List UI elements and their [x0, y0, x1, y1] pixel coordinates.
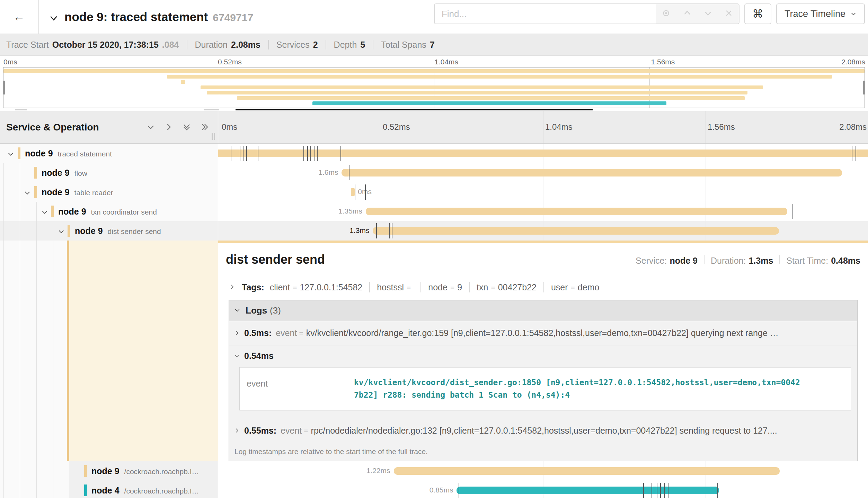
span-duration-bar[interactable] — [373, 227, 779, 235]
minimap-left-handle[interactable] — [3, 81, 5, 94]
expand-all-icon[interactable] — [200, 122, 210, 133]
span-name-cell[interactable]: node 9flow — [0, 163, 218, 182]
chevron-right-icon[interactable] — [234, 426, 240, 436]
log-entry[interactable]: 0.55ms: event = rpc/nodedialer/nodediale… — [229, 419, 857, 443]
divider — [704, 255, 705, 264]
collapse-all-icon[interactable] — [181, 122, 192, 133]
trace-view-selector[interactable]: Trace Timeline — [776, 3, 865, 24]
tag-item: node=9 — [428, 282, 462, 292]
span-track[interactable]: 0ms — [218, 182, 868, 202]
log-marker — [355, 184, 355, 200]
span-duration-bar[interactable] — [218, 150, 868, 157]
log-entry[interactable]: 0.5ms: event = kv/kvclient/kvcoord/range… — [229, 321, 857, 345]
scroll-thumb[interactable] — [236, 109, 593, 110]
span-name-cell[interactable]: node 9txn coordinator send — [0, 202, 218, 221]
collapse-controls — [145, 122, 210, 133]
chevron-down-icon[interactable] — [234, 351, 240, 361]
span-duration-bar[interactable] — [342, 169, 842, 176]
axis-tick-line — [381, 111, 381, 143]
gridline — [706, 182, 706, 202]
span-row[interactable]: node 9flow 1.6ms — [0, 163, 868, 182]
log-timestamp: 0.54ms — [244, 351, 274, 361]
equals-sign: = — [450, 284, 454, 292]
minimap-span-bar — [312, 101, 666, 105]
span-track[interactable]: 1.22ms — [218, 461, 868, 481]
tag-key: txn — [477, 282, 488, 292]
equals-sign: = — [299, 329, 303, 337]
axis-tick-label: 0ms — [3, 58, 17, 66]
indent-guide — [53, 481, 53, 498]
span-duration-bar[interactable] — [457, 487, 719, 494]
tags-row[interactable]: Tags: client=127.0.0.1:54582 hostssl= no… — [218, 275, 868, 297]
log-field-value: kv/kvclient/kvcoord/dist_sender.go:1850 … — [354, 377, 802, 401]
detail-span-color-bar — [67, 241, 69, 461]
keyboard-shortcuts-button[interactable]: ⌘ — [744, 3, 771, 24]
minimap-canvas[interactable] — [3, 67, 865, 108]
minimap-span-bar — [201, 85, 763, 89]
log-field-key: event — [247, 377, 354, 401]
service-name: node 9/cockroach.roachpb.I… — [91, 466, 199, 476]
clear-search-icon[interactable] — [725, 9, 733, 19]
expand-one-icon[interactable] — [163, 122, 174, 133]
span-name-cell[interactable]: node 9table reader — [0, 182, 218, 202]
next-result-icon[interactable] — [703, 9, 712, 19]
span-name-cell[interactable]: node 9dist sender send — [0, 221, 218, 241]
top-bar: ← node 9: traced statement 6749717 — [0, 0, 868, 34]
span-name-cell[interactable]: node 9/cockroach.roachpb.I… — [0, 461, 218, 481]
axis-tick-label: 2.08ms — [841, 58, 865, 66]
axis-tick-label: 2.08ms — [839, 122, 867, 132]
minimap-right-handle[interactable] — [863, 81, 865, 94]
span-name-cell[interactable]: node 9traced statement — [0, 144, 218, 163]
minimap-span-bar — [237, 96, 745, 100]
chevron-down-icon[interactable] — [24, 189, 31, 198]
span-row[interactable]: node 9txn coordinator send 1.35ms — [0, 202, 868, 221]
span-track[interactable]: 1.6ms — [218, 163, 868, 182]
timeline-axis-header: 0ms 0.52ms 1.04ms 1.56ms 2.08ms — [218, 111, 868, 143]
collapse-one-icon[interactable] — [145, 122, 156, 133]
span-name-cell[interactable]: node 4/cockroach.roachpb.I… — [0, 481, 218, 498]
tag-key: client — [270, 282, 290, 292]
back-button[interactable]: ← — [0, 0, 39, 34]
log-marker — [258, 146, 258, 161]
trace-start-label: Trace Start — [6, 40, 49, 50]
log-marker — [340, 146, 341, 161]
equals-sign: = — [407, 284, 411, 292]
span-duration-bar[interactable] — [351, 188, 355, 196]
locate-icon[interactable] — [662, 9, 671, 19]
chevron-right-icon[interactable] — [229, 282, 236, 292]
operation-name: traced statement — [58, 150, 112, 158]
trace-title-wrap: node 9: traced statement 6749717 — [49, 10, 253, 24]
chevron-down-icon[interactable] — [41, 208, 48, 217]
indent-guide — [53, 461, 53, 481]
tag-key: hostssl — [377, 282, 404, 292]
span-row[interactable]: node 9/cockroach.roachpb.I… 1.22ms — [0, 461, 868, 481]
chevron-down-icon[interactable] — [49, 13, 58, 24]
indent-guide — [20, 163, 20, 182]
span-track[interactable] — [218, 144, 868, 163]
logs-header[interactable]: Logs (3) — [229, 300, 857, 321]
span-row[interactable]: node 4/cockroach.roachpb.I… 0.85ms — [0, 481, 868, 498]
divider — [326, 40, 326, 49]
chevron-down-icon[interactable] — [234, 305, 241, 316]
log-marker — [668, 483, 668, 498]
service-label: Service: — [636, 256, 667, 266]
span-duration-bar[interactable] — [394, 467, 780, 475]
divider — [420, 282, 421, 292]
find-input[interactable] — [435, 4, 656, 24]
minimap-span-bar — [207, 91, 747, 94]
gridline — [381, 481, 381, 498]
column-resizer-handle[interactable] — [212, 133, 215, 140]
span-row[interactable]: node 9traced statement — [0, 144, 868, 163]
span-row[interactable]: node 9table reader 0ms — [0, 182, 868, 202]
chevron-down-icon[interactable] — [57, 228, 65, 237]
span-duration-bar[interactable] — [366, 208, 788, 215]
minimap-scroll-indicator — [3, 108, 865, 111]
span-row-selected[interactable]: node 9dist sender send 1.3ms — [0, 221, 868, 241]
span-track[interactable]: 1.3ms — [218, 221, 868, 241]
span-track[interactable]: 1.35ms — [218, 202, 868, 221]
chevron-right-icon[interactable] — [234, 328, 240, 338]
log-entry-header[interactable]: 0.54ms — [234, 351, 852, 361]
prev-result-icon[interactable] — [683, 9, 692, 19]
span-track[interactable]: 0.85ms — [218, 481, 868, 498]
chevron-down-icon[interactable] — [7, 150, 15, 159]
